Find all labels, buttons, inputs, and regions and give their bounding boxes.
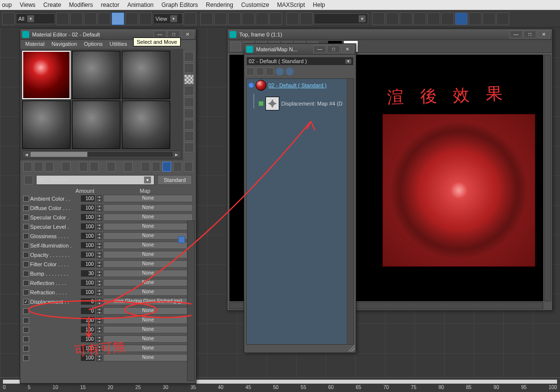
spin-up-icon[interactable]: ▴ (96, 223, 102, 227)
selection-filter-combo[interactable]: All ▼ (16, 13, 55, 24)
named-selection-combo[interactable]: ▼ (314, 13, 368, 24)
spin-up-icon[interactable]: ▴ (96, 261, 102, 264)
spin-down-icon[interactable]: ▾ (96, 246, 102, 249)
close-button[interactable]: ✕ (181, 31, 194, 38)
mat-effects-icon[interactable] (90, 162, 99, 172)
spin-down-icon[interactable]: ▾ (96, 349, 102, 352)
go-forward-icon[interactable] (162, 162, 171, 172)
spinner-snap-icon[interactable] (269, 12, 282, 25)
map-checkbox[interactable] (23, 261, 29, 267)
spinner[interactable]: ▴▾ (96, 195, 102, 202)
spin-up-icon[interactable]: ▴ (96, 308, 102, 311)
named-sel-icon[interactable] (286, 12, 299, 25)
spinner[interactable]: ▴▾ (96, 336, 102, 343)
mirror-icon[interactable] (300, 12, 313, 25)
map-amount-input[interactable] (80, 260, 95, 268)
pick-from-obj-icon[interactable] (173, 162, 182, 172)
spin-up-icon[interactable]: ▴ (96, 345, 102, 349)
material-editor-icon[interactable] (427, 12, 440, 25)
resize-grip-icon[interactable] (348, 345, 355, 352)
spin-up-icon[interactable]: ▴ (96, 326, 102, 330)
material-slot-5[interactable] (72, 101, 120, 149)
me-menu-utilities[interactable]: Utilities (110, 41, 127, 48)
ref-coord-combo[interactable]: View ▼ (153, 13, 183, 24)
background-icon[interactable] (184, 74, 194, 84)
angle-snap-icon[interactable] (242, 12, 255, 25)
spinner[interactable]: ▴▾ (96, 270, 102, 277)
material-name-combo[interactable]: 02 - Default ▼ (36, 175, 154, 185)
map-amount-input[interactable] (80, 242, 95, 249)
map-amount-input[interactable] (80, 298, 95, 305)
sample-type-icon[interactable] (184, 52, 194, 62)
spinner[interactable]: ▴▾ (96, 289, 102, 296)
select-move-icon[interactable] (112, 12, 124, 25)
map-checkbox[interactable] (23, 252, 29, 258)
map-amount-input[interactable] (80, 307, 95, 315)
curve-editor-icon[interactable] (400, 12, 412, 25)
spinner[interactable]: ▴▾ (96, 223, 102, 230)
spinner[interactable]: ▴▾ (96, 298, 102, 305)
spin-up-icon[interactable]: ▴ (96, 270, 102, 274)
map-amount-input[interactable] (80, 279, 95, 286)
select-name-icon[interactable] (70, 12, 83, 25)
menu-customize[interactable]: Customize (241, 1, 269, 8)
scroll-right-icon[interactable]: ▸ (173, 151, 181, 158)
map-slot-button[interactable]: None (103, 204, 193, 212)
matlib-icon[interactable] (184, 143, 194, 152)
spinner[interactable]: ▴▾ (96, 242, 102, 249)
map-checkbox[interactable] (23, 308, 29, 314)
nav-dot1-icon[interactable] (276, 68, 284, 75)
spin-up-icon[interactable]: ▴ (96, 298, 102, 302)
spin-down-icon[interactable]: ▾ (96, 264, 102, 268)
navigator-titlebar[interactable]: Material/Map N... — □ ✕ (244, 44, 356, 55)
spinner[interactable]: ▴▾ (96, 317, 102, 324)
menu-views[interactable]: Views (20, 1, 36, 8)
video-check-icon[interactable] (184, 97, 194, 107)
close-button[interactable]: ✕ (341, 45, 354, 53)
menu-reactor[interactable]: reactor (101, 1, 119, 8)
spinner[interactable]: ▴▾ (96, 233, 102, 240)
select-region-icon[interactable] (84, 12, 97, 25)
spin-up-icon[interactable]: ▴ (96, 289, 102, 292)
get-material-icon[interactable] (23, 162, 32, 172)
tree-material-node[interactable]: 02 - Default ( Standard ) (247, 79, 353, 92)
spin-up-icon[interactable]: ▴ (96, 242, 102, 246)
navigator-tree[interactable]: 02 - Default ( Standard ) Displacement: … (246, 78, 354, 345)
menu-help[interactable]: Help (313, 1, 325, 8)
spin-down-icon[interactable]: ▾ (96, 321, 102, 324)
main-menu[interactable]: oup Views Create Modifiers reactor Anima… (0, 0, 560, 10)
spinner[interactable]: ▴▾ (96, 280, 102, 286)
me-menu-material[interactable]: Material (25, 41, 44, 48)
material-slot-2[interactable] (72, 51, 120, 99)
layers-icon[interactable] (386, 12, 399, 25)
render-window-titlebar[interactable]: Top, frame 0 (1:1) — □ ✕ (227, 29, 552, 40)
spin-up-icon[interactable]: ▴ (96, 214, 102, 217)
spin-down-icon[interactable]: ▾ (96, 358, 102, 361)
reset-map-icon[interactable] (62, 162, 71, 172)
close-button[interactable]: ✕ (537, 31, 550, 38)
schematic-icon[interactable] (413, 12, 426, 25)
teapot-icon[interactable] (483, 12, 495, 25)
spinner[interactable]: ▴▾ (96, 205, 102, 212)
spin-up-icon[interactable]: ▴ (96, 355, 102, 358)
map-amount-input[interactable] (80, 232, 95, 240)
map-amount-input[interactable] (80, 223, 95, 230)
map-slot-button[interactable]: None (103, 279, 193, 286)
material-editor-vscrollbar[interactable] (187, 220, 195, 381)
spin-down-icon[interactable]: ▾ (96, 199, 102, 202)
map-slot-button[interactable]: None (103, 223, 193, 230)
menu-modifiers[interactable]: Modifiers (69, 1, 93, 8)
render-setup-icon[interactable] (441, 12, 454, 25)
spin-up-icon[interactable]: ▴ (96, 251, 102, 255)
go-sibling-icon[interactable] (152, 162, 161, 172)
map-checkbox[interactable] (23, 280, 29, 286)
spinner[interactable]: ▴▾ (96, 355, 102, 361)
material-slot-1[interactable] (22, 51, 71, 99)
map-slot-button[interactable]: None (103, 270, 193, 277)
scroll-left-icon[interactable]: ◂ (23, 151, 31, 158)
map-checkbox[interactable] (23, 271, 29, 277)
eyedropper-icon[interactable] (24, 176, 33, 184)
nav-dot2-icon[interactable] (286, 68, 294, 75)
me-menu-navigation[interactable]: Navigation (51, 41, 77, 48)
map-slot-button[interactable]: None (103, 251, 193, 258)
